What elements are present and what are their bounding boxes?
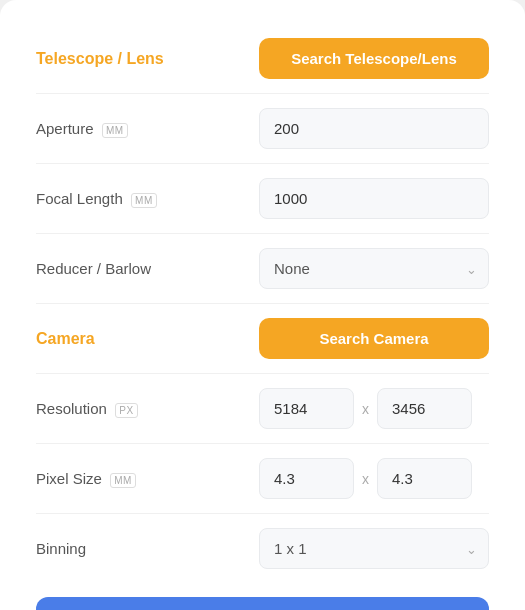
divider-3 — [36, 233, 489, 234]
pixel-size-label: Pixel Size MM — [36, 470, 216, 487]
focal-length-row: Focal Length MM — [36, 168, 489, 229]
pixel-unit: MM — [110, 473, 136, 488]
divider-1 — [36, 93, 489, 94]
focal-length-label: Focal Length MM — [36, 190, 216, 207]
pixel-separator: x — [362, 471, 369, 487]
pixel-size-row: Pixel Size MM x — [36, 448, 489, 509]
divider-2 — [36, 163, 489, 164]
resolution-height-input[interactable] — [377, 388, 472, 429]
reducer-select-wrapper: None 0.5x 0.7x 0.8x 2x 3x ⌄ — [259, 248, 489, 289]
pixel-size-inputs: x — [259, 458, 489, 499]
divider-4 — [36, 303, 489, 304]
telescope-section-header: Telescope / Lens Search Telescope/Lens — [36, 28, 489, 89]
aperture-row: Aperture MM — [36, 98, 489, 159]
resolution-label: Resolution PX — [36, 400, 216, 417]
resolution-row: Resolution PX x — [36, 378, 489, 439]
divider-7 — [36, 513, 489, 514]
resolution-unit: PX — [115, 403, 137, 418]
search-telescope-button[interactable]: Search Telescope/Lens — [259, 38, 489, 79]
aperture-input[interactable] — [259, 108, 489, 149]
aperture-unit: MM — [102, 123, 128, 138]
pixel-width-input[interactable] — [259, 458, 354, 499]
telescope-label: Telescope / Lens — [36, 50, 216, 68]
divider-6 — [36, 443, 489, 444]
focal-length-input[interactable] — [259, 178, 489, 219]
divider-5 — [36, 373, 489, 374]
binning-select-wrapper: 1 x 1 2 x 2 3 x 3 4 x 4 ⌄ — [259, 528, 489, 569]
resolution-separator: x — [362, 401, 369, 417]
camera-section-header: Camera Search Camera — [36, 308, 489, 369]
update-equipment-button[interactable]: Update Equipment — [36, 597, 489, 610]
reducer-select[interactable]: None 0.5x 0.7x 0.8x 2x 3x — [259, 248, 489, 289]
resolution-inputs: x — [259, 388, 489, 429]
resolution-width-input[interactable] — [259, 388, 354, 429]
camera-label: Camera — [36, 330, 216, 348]
equipment-form: Telescope / Lens Search Telescope/Lens A… — [0, 0, 525, 610]
focal-unit: MM — [131, 193, 157, 208]
reducer-row: Reducer / Barlow None 0.5x 0.7x 0.8x 2x … — [36, 238, 489, 299]
binning-row: Binning 1 x 1 2 x 2 3 x 3 4 x 4 ⌄ — [36, 518, 489, 579]
pixel-height-input[interactable] — [377, 458, 472, 499]
aperture-label: Aperture MM — [36, 120, 216, 137]
reducer-label: Reducer / Barlow — [36, 260, 216, 277]
binning-select[interactable]: 1 x 1 2 x 2 3 x 3 4 x 4 — [259, 528, 489, 569]
binning-label: Binning — [36, 540, 216, 557]
search-camera-button[interactable]: Search Camera — [259, 318, 489, 359]
